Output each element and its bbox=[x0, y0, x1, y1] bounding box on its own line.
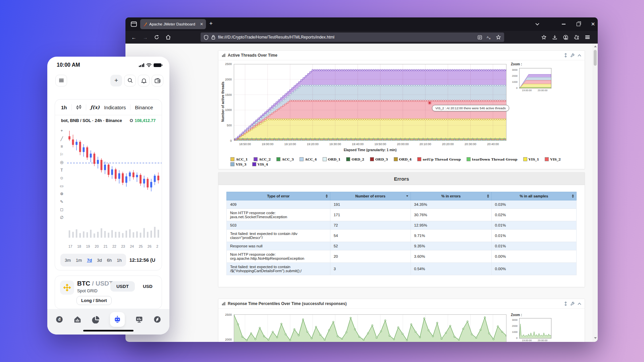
percentiles-zoom-preview[interactable] bbox=[519, 318, 551, 339]
legend-item[interactable]: ACC_1 bbox=[230, 157, 248, 161]
sync-axis-icon[interactable] bbox=[564, 302, 568, 306]
sort-icon[interactable] bbox=[572, 194, 574, 198]
downloads-icon[interactable] bbox=[552, 35, 557, 40]
tab-indicators[interactable]: Indicators bbox=[104, 105, 126, 110]
url-bar[interactable]: file:///D:/CryptoTrade/Home/TestResults/… bbox=[201, 33, 504, 42]
column-header[interactable]: % in all samples bbox=[491, 192, 576, 200]
legend-item[interactable]: ACC_3 bbox=[276, 157, 294, 161]
chart-tool-icon[interactable]: ⊕ bbox=[60, 191, 63, 196]
shield-icon[interactable] bbox=[204, 35, 208, 40]
nav-terminal-icon[interactable] bbox=[135, 315, 143, 323]
scroll-up-arrow[interactable] bbox=[594, 46, 597, 47]
table-row[interactable]: 5037212.95%0.01% bbox=[227, 221, 577, 230]
sync-axis-icon[interactable] bbox=[564, 53, 568, 57]
collapse-chevron-icon[interactable] bbox=[578, 303, 581, 305]
chart-tool-icon[interactable]: ◎ bbox=[60, 160, 63, 165]
notifications-button[interactable] bbox=[138, 75, 150, 86]
chart-tool-icon[interactable]: T bbox=[60, 168, 63, 173]
sort-icon[interactable] bbox=[487, 194, 489, 198]
nav-markets-icon[interactable]: đ bbox=[55, 315, 63, 323]
chart-tool-icon[interactable]: ⚐ bbox=[60, 152, 64, 157]
bookmark-star-icon[interactable] bbox=[496, 35, 501, 40]
menu-button[interactable] bbox=[55, 75, 67, 86]
browser-tab[interactable]: Apache JMeter Dashboard ✕ bbox=[140, 19, 206, 29]
account-icon[interactable] bbox=[563, 35, 568, 40]
legend-item[interactable]: ACC_2 bbox=[254, 157, 271, 161]
legend-item[interactable]: ORD_2 bbox=[346, 157, 364, 161]
chart-tool-icon[interactable]: ▭ bbox=[60, 184, 63, 188]
table-row[interactable]: Response was null529.35%0.01% bbox=[227, 242, 577, 250]
highlighted-point[interactable] bbox=[428, 101, 432, 105]
extensions-icon[interactable] bbox=[574, 35, 579, 40]
range-option[interactable]: 3m bbox=[65, 258, 71, 263]
threads-plot[interactable] bbox=[234, 64, 506, 141]
percentiles-plot[interactable] bbox=[234, 314, 506, 342]
table-row[interactable]: Non HTTP response code: org.apache.http.… bbox=[227, 250, 577, 263]
legend-item[interactable]: setUp Thread Group bbox=[417, 157, 461, 161]
legend-item[interactable]: VIS_2 bbox=[545, 157, 561, 161]
nav-home-icon[interactable] bbox=[73, 315, 82, 323]
home-indicator[interactable] bbox=[83, 330, 133, 331]
wallet-button[interactable] bbox=[152, 75, 163, 86]
legend-item[interactable]: VIS_1 bbox=[523, 157, 539, 161]
tab-exchange[interactable]: Binance bbox=[135, 105, 153, 110]
translate-icon[interactable]: Aa bbox=[487, 35, 491, 40]
chart-tool-icon[interactable]: ∅ bbox=[60, 215, 63, 220]
restore-button[interactable] bbox=[572, 17, 585, 31]
reader-mode-icon[interactable] bbox=[478, 35, 482, 40]
range-option[interactable]: 1h bbox=[117, 258, 121, 263]
chart-tool-icon[interactable]: ≡ bbox=[60, 144, 63, 149]
lock-icon[interactable] bbox=[211, 35, 215, 40]
search-button[interactable] bbox=[124, 75, 136, 86]
settings-wrench-icon[interactable] bbox=[571, 302, 575, 306]
settings-wrench-icon[interactable] bbox=[571, 53, 575, 57]
usd-toggle[interactable]: USD bbox=[143, 284, 153, 289]
legend-item[interactable]: ACC_4 bbox=[300, 157, 317, 161]
minimize-button[interactable] bbox=[557, 17, 570, 31]
legend-item[interactable]: VIS_4 bbox=[252, 162, 268, 166]
add-button[interactable]: + bbox=[110, 75, 122, 86]
chart-tool-icon[interactable]: + bbox=[60, 128, 63, 133]
legend-item[interactable]: VIS_3 bbox=[230, 162, 247, 166]
column-header[interactable]: Type of error bbox=[227, 192, 330, 200]
nav-discover-icon[interactable] bbox=[153, 315, 161, 323]
tab-interval[interactable]: 1h bbox=[61, 105, 67, 110]
range-option[interactable]: 6h bbox=[107, 258, 112, 263]
table-row[interactable]: Test failed: text expected to contain /$… bbox=[227, 263, 577, 275]
chart-tool-icon[interactable]: ☺ bbox=[60, 176, 64, 180]
chart-tool-icon[interactable]: ╱ bbox=[60, 136, 63, 141]
collapse-chevron-icon[interactable] bbox=[578, 54, 581, 57]
sidebar-star-icon[interactable]: + bbox=[541, 35, 546, 40]
threads-zoom-preview[interactable] bbox=[519, 68, 551, 88]
table-row[interactable]: Test failed: text expected to contain /d… bbox=[227, 230, 577, 242]
reload-button[interactable] bbox=[152, 31, 162, 44]
usdt-toggle[interactable]: USDT bbox=[110, 281, 135, 292]
range-option[interactable]: 3d bbox=[97, 258, 102, 263]
chart-tool-icon[interactable]: ◻ bbox=[60, 207, 63, 212]
tab-close-icon[interactable]: ✕ bbox=[200, 22, 203, 26]
firefox-view-icon[interactable] bbox=[130, 20, 138, 28]
home-button[interactable] bbox=[163, 31, 173, 44]
page-scrollbar[interactable] bbox=[593, 44, 598, 342]
legend-item[interactable]: ORD_1 bbox=[323, 157, 341, 161]
nav-bot-active[interactable] bbox=[110, 312, 125, 327]
candles-icon[interactable] bbox=[76, 105, 82, 110]
range-option[interactable]: 1m bbox=[76, 258, 82, 263]
legend-item[interactable]: tearDown Thread Group bbox=[467, 157, 517, 161]
url-text[interactable]: file:///D:/CryptoTrade/Home/TestResults/… bbox=[218, 35, 478, 40]
range-option[interactable]: 7d bbox=[87, 258, 92, 263]
sort-icon[interactable] bbox=[326, 194, 328, 198]
column-header[interactable]: % in errors bbox=[411, 192, 491, 200]
sort-icon[interactable] bbox=[406, 195, 408, 197]
column-header[interactable]: Number of errors bbox=[330, 192, 411, 200]
scroll-down-arrow[interactable] bbox=[594, 337, 597, 339]
forward-button[interactable]: → bbox=[140, 31, 150, 44]
list-all-tabs-icon[interactable] bbox=[532, 17, 543, 31]
table-row[interactable]: Non HTTP response code: java.net.SocketT… bbox=[227, 209, 577, 221]
app-menu-icon[interactable] bbox=[585, 35, 590, 40]
scrollbar-thumb[interactable] bbox=[594, 50, 597, 66]
table-row[interactable]: 40919134.35%0.03% bbox=[227, 200, 577, 209]
chart-tool-icon[interactable]: ✎ bbox=[60, 199, 63, 204]
legend-item[interactable]: ORD_3 bbox=[370, 157, 388, 161]
nav-portfolio-icon[interactable] bbox=[92, 315, 100, 323]
